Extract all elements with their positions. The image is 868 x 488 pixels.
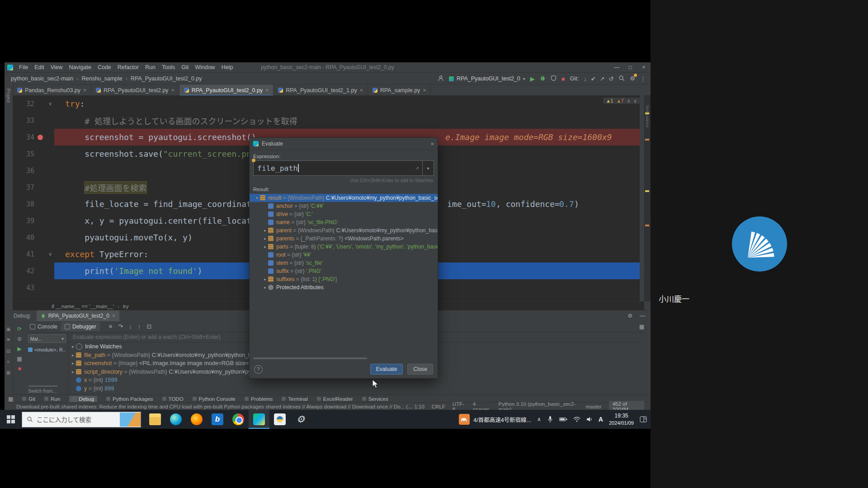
expander-icon[interactable]: ▸ xyxy=(262,236,268,241)
tool-window-button[interactable]: Python Console xyxy=(193,396,236,402)
gear-icon[interactable]: ⚙ xyxy=(627,313,632,319)
breadcrumb-item[interactable]: › xyxy=(126,75,127,82)
expand-editor-icon[interactable]: ↗ xyxy=(415,166,419,171)
tray-expand-icon[interactable]: ∧ xyxy=(537,416,541,422)
taskbar-search-input[interactable]: ここに入力して検索 xyxy=(22,412,141,427)
expander-icon[interactable]: ▸ xyxy=(262,277,268,282)
menu-item[interactable]: Tools xyxy=(159,63,178,71)
taskbar-app-icon[interactable] xyxy=(186,410,207,429)
action-center-icon[interactable] xyxy=(640,416,647,422)
tree-row[interactable]: ▾ result = {WindowsPath} C:¥Users¥omoto¥… xyxy=(250,194,438,202)
tool-window-button[interactable]: Terminal xyxy=(282,396,307,402)
debug-action-icon[interactable]: ■ xyxy=(18,366,21,371)
step-button-icon[interactable]: ↑ xyxy=(138,323,141,330)
debug-button[interactable] xyxy=(540,75,546,83)
expander-icon[interactable]: ▾ xyxy=(254,196,260,200)
breadcrumb-item[interactable]: RPA_PyautoGUI_test2_0.py xyxy=(131,75,202,82)
run-button[interactable]: ▶ xyxy=(530,76,535,82)
tool-window-button[interactable]: Services xyxy=(362,396,388,402)
taskbar-app-icon[interactable] xyxy=(249,410,269,429)
tab-close-icon[interactable]: × xyxy=(171,87,175,94)
editor-breadcrumb-item[interactable]: › xyxy=(118,304,119,309)
step-button-icon[interactable]: ≡ xyxy=(109,323,113,330)
menu-item[interactable]: Run xyxy=(142,63,159,71)
editor-tab[interactable]: Pandas_Renshu03.py × xyxy=(13,84,91,96)
user-icon[interactable] xyxy=(438,75,444,83)
tab-close-icon[interactable]: × xyxy=(423,87,426,94)
tool-window-button[interactable]: Problems xyxy=(245,396,273,402)
more-kebab-icon[interactable]: ⋮ xyxy=(640,76,646,82)
status-widget[interactable]: master xyxy=(585,404,601,409)
menu-item[interactable]: File xyxy=(16,63,31,71)
debug-view-tab[interactable]: Console xyxy=(26,322,61,331)
menu-item[interactable]: Edit xyxy=(31,63,47,71)
fold-marker[interactable]: ∨ xyxy=(46,101,54,107)
tool-window-button[interactable]: Git xyxy=(22,396,35,402)
news-widget[interactable]: 4/首都高速4号新宿線... xyxy=(459,414,531,425)
editor-tab[interactable]: RPA_PyautoGUI_test2_0.py × xyxy=(179,84,274,96)
tool-window-button[interactable]: TODO xyxy=(162,396,184,402)
git-action-icon[interactable]: ✔ xyxy=(591,76,596,82)
inspection-count[interactable]: ∧ xyxy=(627,98,631,103)
tree-row[interactable]: anchor = {str} 'C:¥¥' xyxy=(250,202,438,210)
stripe-tool-icon[interactable]: ≡ xyxy=(7,359,10,364)
tree-row[interactable]: ▸ parents = {_PathParents: ?} <WindowsPa… xyxy=(250,235,438,243)
expander-icon[interactable]: ▸ xyxy=(70,370,76,374)
evaluate-button[interactable]: Evaluate xyxy=(370,364,403,375)
stripe-tool-icon[interactable]: ▦ xyxy=(6,370,10,375)
expander-icon[interactable]: ▸ xyxy=(70,361,76,366)
tree-row[interactable]: name = {str} 'sc_file.PNG' xyxy=(250,218,438,226)
frames-scrollbar[interactable] xyxy=(28,385,58,387)
debug-view-tab[interactable]: Debugger xyxy=(61,322,100,331)
git-action-icon[interactable]: ↺ xyxy=(609,76,613,82)
editor-breadcrumb-item[interactable]: if __name__ == '__main__' xyxy=(52,304,114,309)
close-icon[interactable]: × xyxy=(430,141,434,147)
taskbar-clock[interactable]: 19:35 2024/01/09 xyxy=(609,413,634,426)
battery-icon[interactable] xyxy=(559,417,567,422)
status-message[interactable]: Download pre-built shared indexes: Reduc… xyxy=(5,404,414,409)
tool-window-button[interactable]: Python Packages xyxy=(106,396,153,402)
tree-row[interactable]: suffix = {str} '.PNG' xyxy=(250,267,438,275)
taskbar-app-icon[interactable] xyxy=(290,410,311,429)
editor-tab[interactable]: RPA_PyautoGUI_test2.py × xyxy=(91,84,179,96)
thread-selector[interactable]: Mai... ▾ xyxy=(28,334,66,343)
participant-avatar[interactable] xyxy=(732,216,787,272)
breadcrumb-item[interactable]: › xyxy=(76,75,78,82)
tool-window-button[interactable]: Debug xyxy=(69,396,97,402)
tree-row[interactable]: stem = {str} 'sc_file' xyxy=(250,259,438,267)
expander-icon[interactable]: ▸ xyxy=(70,344,76,349)
hide-panel-icon[interactable]: — xyxy=(640,313,645,319)
debug-action-icon[interactable]: ▶ xyxy=(17,346,21,352)
inspection-count[interactable]: ▲7 xyxy=(616,98,623,103)
step-button-icon[interactable]: ⊡ xyxy=(146,323,151,330)
menu-item[interactable]: Navigate xyxy=(66,63,94,71)
status-widget[interactable]: 4 spaces xyxy=(473,401,491,410)
tree-row[interactable]: ▸ parts = {tuple: 8} ('C:¥¥', 'Users', '… xyxy=(250,243,438,251)
tool-window-switcher-icon[interactable]: ▦ xyxy=(8,396,13,402)
stripe-tool-icon[interactable]: ▣ xyxy=(6,327,10,332)
stripe-tool-icon[interactable]: ▤ xyxy=(6,348,10,353)
tab-close-icon[interactable]: × xyxy=(360,87,363,94)
expander-icon[interactable]: ▸ xyxy=(262,228,268,233)
debug-session-tab[interactable]: RPA_PyautoGUI_test2_0 × xyxy=(37,310,119,321)
project-stripe-label[interactable]: Project xyxy=(6,89,11,103)
status-widget[interactable]: CRLF xyxy=(432,404,445,409)
error-stripe[interactable]: Notifications xyxy=(644,95,651,301)
menu-item[interactable]: View xyxy=(47,63,66,71)
tree-row[interactable]: ▸ Protected Attributes xyxy=(250,283,438,291)
inspection-count[interactable]: ∨ xyxy=(633,98,637,103)
editor-tab[interactable]: RPA_sample.py × xyxy=(368,84,431,96)
menu-item[interactable]: Help xyxy=(218,63,236,71)
expander-icon[interactable]: ▸ xyxy=(262,244,268,249)
coverage-button[interactable] xyxy=(551,75,557,83)
tree-row[interactable]: ▸ parent = {WindowsPath} C:¥Users¥omoto¥… xyxy=(250,226,438,235)
tree-row[interactable]: root = {str} '¥¥' xyxy=(250,251,438,259)
taskbar-app-icon[interactable] xyxy=(269,410,290,429)
editor-tab[interactable]: RPA_PyautoGUI_test2_1.py × xyxy=(274,84,368,96)
dialog-title-bar[interactable]: Evaluate × xyxy=(250,138,438,150)
code-line[interactable]: 32 ∨ try: xyxy=(13,95,640,112)
taskbar-app-icon[interactable] xyxy=(165,410,186,429)
stack-frame-row[interactable]: <module>, R... xyxy=(28,347,66,352)
notifications-stripe-label[interactable]: Notifications xyxy=(645,105,650,127)
breadcrumb-item[interactable]: python_basic_sec2-main xyxy=(11,75,73,82)
